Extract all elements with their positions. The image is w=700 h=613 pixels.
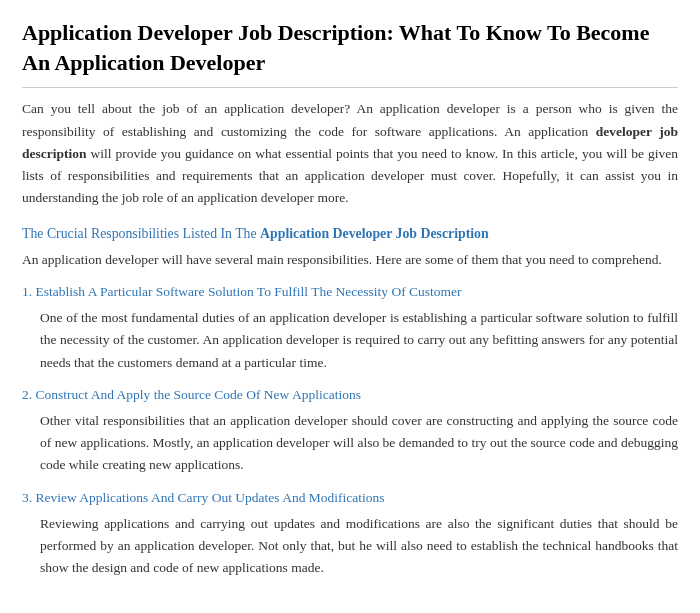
item-title-3: 3. Review Applications And Carry Out Upd… [22,489,678,508]
page-title: Application Developer Job Description: W… [22,18,678,88]
list-item: 3. Review Applications And Carry Out Upd… [22,489,678,580]
responsibilities-list: 1. Establish A Particular Software Solut… [22,283,678,579]
intro-paragraph: Can you tell about the job of an applica… [22,98,678,209]
list-item: 2. Construct And Apply the Source Code O… [22,386,678,477]
section-heading-normal: The Crucial Responsibilities Listed In T… [22,226,260,241]
item-body-1: One of the most fundamental duties of an… [22,307,678,374]
title-bold: Application Developer Job Description [22,20,386,45]
item-title-1: 1. Establish A Particular Software Solut… [22,283,678,302]
section-intro: An application developer will have sever… [22,249,678,271]
intro-text-before: Can you tell about the job of an applica… [22,101,678,138]
section-heading-bold: Application Developer Job Description [260,226,489,241]
section-heading: The Crucial Responsibilities Listed In T… [22,224,678,243]
intro-text-after: will provide you guidance on what essent… [22,146,678,206]
item-body-3: Reviewing applications and carrying out … [22,513,678,580]
list-item: 1. Establish A Particular Software Solut… [22,283,678,374]
item-body-2: Other vital responsibilities that an app… [22,410,678,477]
item-title-2: 2. Construct And Apply the Source Code O… [22,386,678,405]
